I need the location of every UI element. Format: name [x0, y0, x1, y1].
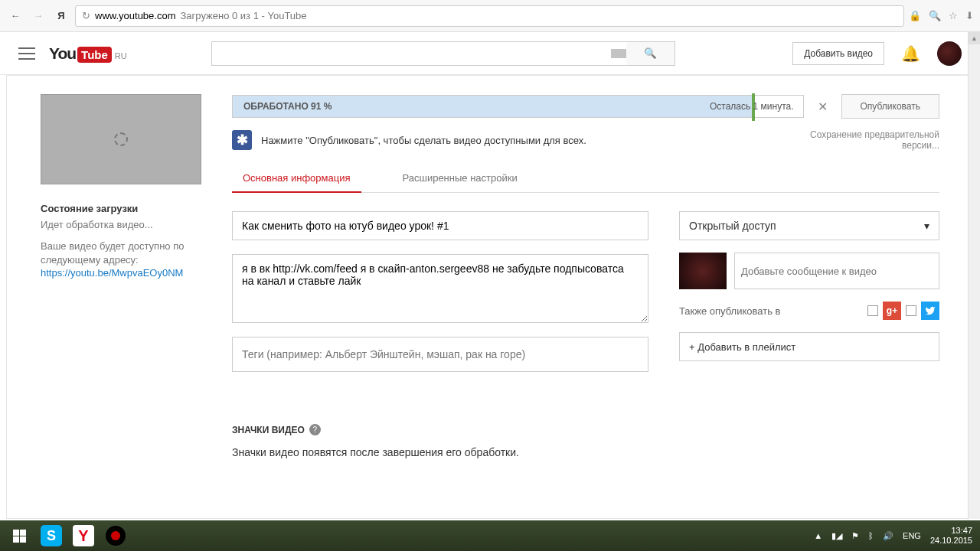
gplus-checkbox[interactable]	[867, 305, 878, 316]
thumbnails-text: Значки видео появятся после завершения е…	[232, 446, 648, 458]
download-icon[interactable]: ⬇	[965, 10, 974, 21]
gplus-icon[interactable]: g+	[883, 302, 901, 320]
upload-video-button[interactable]: Добавить видео	[792, 42, 884, 65]
twitter-checkbox[interactable]	[906, 305, 916, 316]
youtube-logo[interactable]: You Tube RU	[49, 44, 127, 63]
tray-bluetooth-icon[interactable]: ᛒ	[868, 531, 874, 540]
hamburger-icon[interactable]	[18, 47, 35, 60]
taskbar-skype[interactable]: S	[35, 520, 67, 551]
zoom-icon[interactable]: 🔍	[929, 10, 941, 21]
reload-icon[interactable]: ↻	[82, 10, 90, 21]
saving-status: Сохранение предварительной версии...	[802, 129, 939, 151]
tab-basic-info[interactable]: Основная информация	[232, 165, 361, 193]
keyboard-icon[interactable]	[611, 49, 626, 58]
scroll-up-icon[interactable]: ▲	[969, 32, 980, 44]
windows-taskbar: S Y ▲ ▮◢ ⚑ ᛒ 🔊 ENG 13:47 24.10.2015	[0, 520, 980, 551]
tray-show-hidden-icon[interactable]: ▲	[814, 531, 822, 540]
url-text: www.youtube.com	[95, 10, 176, 21]
notifications-icon[interactable]: 🔔	[901, 44, 920, 63]
share-thumbnail	[679, 253, 727, 289]
thumbnails-heading: ЗНАЧКИ ВИДЕО ?	[232, 424, 648, 435]
add-to-playlist-button[interactable]: + Добавить в плейлист	[679, 332, 939, 361]
forward-button[interactable]: →	[29, 7, 47, 25]
page-title-text: Загружено 0 из 1 - YouTube	[181, 10, 307, 21]
progress-time-remaining: Осталась 1 минута.	[710, 101, 803, 112]
upload-page: Состояние загрузки Идет обработка видео.…	[6, 75, 974, 519]
help-icon[interactable]: ?	[309, 424, 321, 435]
share-label: Также опубликовать в	[679, 305, 780, 317]
chevron-down-icon: ▾	[924, 220, 929, 232]
search-button[interactable]: 🔍	[626, 41, 675, 66]
scrollbar[interactable]: ▲	[968, 32, 980, 519]
video-description-input[interactable]	[232, 254, 648, 323]
tray-language[interactable]: ENG	[903, 531, 921, 540]
publish-hint: Нажмите "Опубликовать", чтобы сделать ви…	[261, 135, 586, 146]
twitter-icon[interactable]	[921, 302, 939, 320]
upload-status-title: Состояние загрузки	[41, 203, 217, 214]
privacy-dropdown[interactable]: Открытый доступ ▾	[679, 211, 939, 240]
tray-network-icon[interactable]: ▮◢	[831, 531, 842, 541]
youtube-header: You Tube RU 🔍 Добавить видео 🔔	[0, 32, 980, 75]
taskbar-yandex[interactable]: Y	[67, 520, 100, 551]
favorite-icon[interactable]: ☆	[949, 10, 958, 21]
lock-icon[interactable]: 🔒	[909, 10, 921, 21]
tabs: Основная информация Расширенные настройк…	[232, 165, 939, 193]
address-bar[interactable]: ↻ www.youtube.com Загружено 0 из 1 - You…	[75, 5, 904, 27]
yandex-icon[interactable]: Я	[52, 7, 70, 25]
info-star-icon: ✱	[232, 130, 252, 150]
tab-advanced[interactable]: Расширенные настройки	[400, 165, 521, 192]
progress-label: ОБРАБОТАНО 91 %	[233, 101, 332, 112]
search-input[interactable]	[211, 41, 632, 66]
tray-clock[interactable]: 13:47 24.10.2015	[930, 526, 977, 546]
user-avatar[interactable]	[937, 41, 962, 66]
processing-progress-bar: ОБРАБОТАНО 91 % Осталась 1 минута.	[232, 95, 804, 118]
cancel-upload-icon[interactable]: ✕	[813, 99, 832, 114]
upload-status-text: Идет обработка видео...	[41, 219, 217, 230]
tray-action-center-icon[interactable]: ⚑	[851, 531, 859, 541]
publish-button[interactable]: Опубликовать	[841, 94, 939, 119]
browser-toolbar: ← → Я ↻ www.youtube.com Загружено 0 из 1…	[0, 0, 980, 32]
back-button[interactable]: ←	[6, 7, 24, 25]
share-message-input[interactable]	[734, 253, 939, 289]
taskbar-recorder[interactable]	[100, 520, 132, 551]
video-tags-input[interactable]	[232, 337, 648, 372]
video-url-link[interactable]: https://youtu.be/MwpvaEOy0NM	[41, 267, 183, 279]
tray-volume-icon[interactable]: 🔊	[883, 531, 893, 541]
video-thumbnail-placeholder	[41, 94, 201, 184]
video-title-input[interactable]	[232, 211, 648, 240]
start-button[interactable]	[3, 520, 35, 551]
spinner-icon	[114, 132, 128, 146]
upload-status-desc: Ваше видео будет доступно по следующему …	[41, 240, 217, 267]
